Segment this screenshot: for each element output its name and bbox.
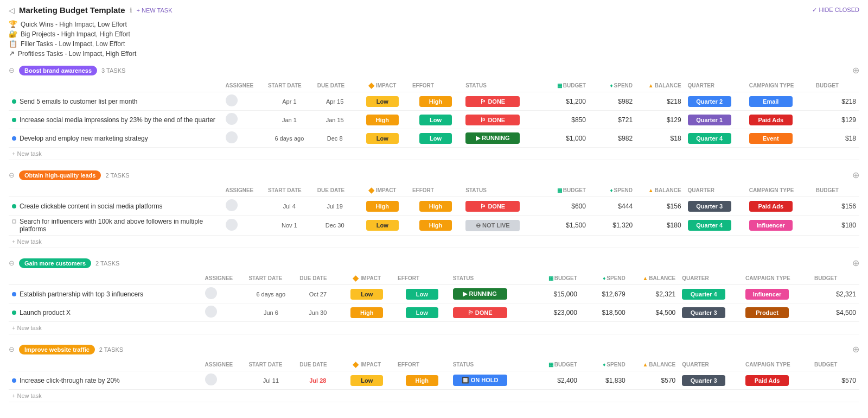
start-date-cell: Nov 1 (265, 216, 314, 236)
impact-badge: High (366, 115, 399, 125)
new-task-cell: + New task (9, 390, 859, 402)
campaign-cell[interactable]: Influencer (742, 285, 811, 303)
section-add-boost[interactable]: ⊕ (852, 65, 859, 75)
status-cell[interactable]: 🏳 DONE (462, 92, 542, 111)
table-row: Develop and employ new marketing strateg… (9, 129, 859, 148)
task-name-text[interactable]: Increase social media impressions by 23%… (20, 116, 215, 124)
section-add-leads[interactable]: ⊕ (852, 170, 859, 180)
col-header-budget-end: BUDGET (813, 183, 859, 197)
status-cell[interactable]: ▶ RUNNING (462, 129, 542, 148)
effort-cell[interactable]: High (409, 197, 462, 216)
avatar[interactable] (205, 287, 217, 299)
budget-end-cell: $570 (811, 371, 859, 390)
task-name-cell: Launch product X (9, 303, 202, 322)
campaign-badge: Email (749, 96, 793, 107)
status-cell[interactable]: 🔲 ON HOLD (450, 371, 532, 390)
hide-closed-button[interactable]: ✓ HIDE CLOSED (812, 7, 859, 14)
task-name-text[interactable]: Develop and employ new marketing strateg… (20, 135, 148, 142)
new-task-header-button[interactable]: + NEW TASK (137, 7, 173, 14)
campaign-cell[interactable]: Paid Ads (746, 111, 813, 129)
task-dot (12, 136, 16, 141)
quarter-cell[interactable]: Quarter 4 (685, 216, 746, 236)
impact-cell[interactable]: Low (339, 285, 394, 303)
section-label-leads[interactable]: Obtain high-quality leads (19, 170, 101, 180)
task-name-text[interactable]: Increase click-through rate by 20% (20, 377, 120, 384)
effort-cell[interactable]: High (394, 371, 450, 390)
status-cell[interactable]: 🏳 DONE (462, 111, 542, 129)
avatar[interactable] (226, 199, 238, 211)
effort-cell[interactable]: High (409, 92, 462, 111)
col-header-budget: ▦BUDGET (542, 79, 589, 92)
quarter-cell[interactable]: Quarter 2 (685, 92, 746, 111)
effort-cell[interactable]: Low (409, 111, 462, 129)
section-label-boost[interactable]: Boost brand awareness (19, 66, 97, 75)
quarter-cell[interactable]: Quarter 3 (679, 303, 742, 322)
campaign-cell[interactable]: Product (742, 303, 811, 322)
impact-cell[interactable]: High (339, 303, 394, 322)
effort-cell[interactable]: High (409, 216, 462, 236)
impact-cell[interactable]: High (356, 197, 409, 216)
status-cell[interactable]: 🏳 DONE (462, 197, 542, 216)
status-cell[interactable]: ⊖ NOT LIVE (462, 216, 542, 236)
quarter-cell[interactable]: Quarter 4 (685, 129, 746, 148)
status-badge: ⊖ NOT LIVE (465, 220, 520, 231)
campaign-cell[interactable]: Paid Ads (742, 371, 811, 390)
quarter-cell[interactable]: Quarter 4 (679, 285, 742, 303)
new-task-link[interactable]: + New task (12, 392, 42, 399)
section-add-traffic[interactable]: ⊕ (852, 344, 859, 354)
effort-cell[interactable]: Low (409, 129, 462, 148)
section-add-customers[interactable]: ⊕ (852, 258, 859, 268)
due-date-cell: Jun 30 (309, 309, 327, 316)
avatar[interactable] (226, 94, 238, 106)
quarter-cell[interactable]: Quarter 3 (685, 197, 746, 216)
avatar[interactable] (205, 373, 217, 385)
section-collapse-customers[interactable]: ⊖ (9, 259, 15, 267)
quarter-cell[interactable]: Quarter 1 (685, 111, 746, 129)
effort-cell[interactable]: Low (394, 285, 450, 303)
avatar[interactable] (226, 219, 238, 231)
impact-cell[interactable]: High (356, 111, 409, 129)
new-task-link[interactable]: + New task (12, 325, 42, 331)
section-collapse-traffic[interactable]: ⊖ (9, 345, 15, 353)
campaign-cell[interactable]: Event (746, 129, 813, 148)
campaign-cell[interactable]: Email (746, 92, 813, 111)
task-name-text[interactable]: Send 5 emails to customer list per month (20, 98, 137, 105)
section-collapse-leads[interactable]: ⊖ (9, 171, 15, 179)
status-cell[interactable]: ▶ RUNNING (450, 285, 532, 303)
budget-end-cell: $156 (813, 197, 859, 216)
task-name-text[interactable]: Establish partnership with top 3 influen… (20, 290, 143, 298)
quarter-cell[interactable]: Quarter 3 (679, 371, 742, 390)
section-label-customers[interactable]: Gain more customers (19, 258, 91, 268)
section-collapse-boost[interactable]: ⊖ (9, 66, 15, 74)
due-date-cell: Jan 15 (326, 117, 344, 123)
new-task-row: + New task (9, 390, 859, 402)
avatar[interactable] (226, 113, 238, 125)
status-badge: 🏳 DONE (465, 115, 520, 125)
status-cell[interactable]: 🏳 DONE (450, 303, 532, 322)
impact-cell[interactable]: Low (356, 92, 409, 111)
effort-cell[interactable]: Low (394, 303, 450, 322)
info-icon[interactable]: ℹ (130, 7, 132, 14)
new-task-link[interactable]: + New task (12, 150, 42, 157)
balance-cell: $570 (629, 371, 679, 390)
task-name-text[interactable]: Launch product X (20, 309, 71, 316)
back-button[interactable]: ◁ (9, 6, 15, 15)
campaign-cell[interactable]: Paid Ads (746, 197, 813, 216)
avatar[interactable] (205, 306, 217, 318)
task-name-text[interactable]: Create clickable content in social media… (20, 202, 162, 210)
avatar[interactable] (226, 131, 238, 143)
new-task-link[interactable]: + New task (12, 238, 42, 245)
impact-cell[interactable]: Low (356, 216, 409, 236)
impact-cell[interactable]: Low (356, 129, 409, 148)
impact-cell[interactable]: Low (339, 371, 394, 390)
campaign-cell[interactable]: Influencer (746, 216, 813, 236)
due-cell: Jul 19 (314, 197, 356, 216)
impact-badge: Low (366, 133, 399, 144)
task-name-text[interactable]: Search for influencers with 100k and abo… (20, 218, 219, 233)
quarter-badge: Quarter 4 (682, 289, 725, 300)
task-name-cell: Search for influencers with 100k and abo… (9, 216, 222, 236)
task-name: Search for influencers with 100k and abo… (12, 218, 219, 233)
section-label-traffic[interactable]: Improve website traffic (19, 345, 95, 354)
task-name: Develop and employ new marketing strateg… (12, 135, 219, 142)
start-date-cell: 6 days ago (245, 285, 296, 303)
